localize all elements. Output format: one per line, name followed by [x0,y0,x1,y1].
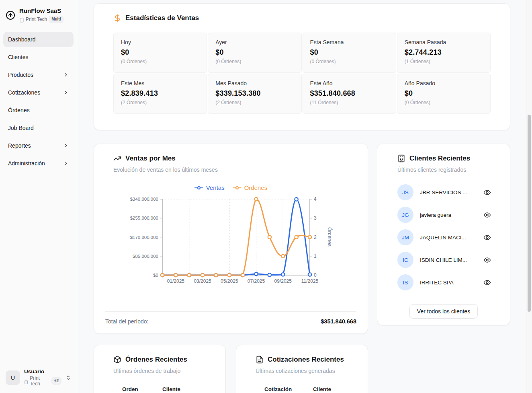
chevron-right-icon [63,143,69,148]
stat-cell-ano-pasado: Año Pasado $0 (0 Órdenes) [397,74,491,114]
svg-text:$170.000.000: $170.000.000 [130,235,158,240]
recent-quotes-card: Cotizaciones Recientes Últimas cotizacio… [236,345,368,393]
stat-label: Semana Pasada [405,39,483,45]
stat-sub: (2 Órdenes) [121,100,199,105]
legend-item-ventas[interactable]: Ventas [194,184,225,191]
total-label: Total del período: [105,318,148,325]
sidebar-item-job-board[interactable]: Job Board [3,120,74,136]
dollar-sign-icon [113,14,121,22]
svg-text:$85.000.000: $85.000.000 [133,254,158,259]
sidebar-item-label: Órdenes [8,107,30,113]
client-name: IRRITEC SPA [420,280,483,286]
stat-cell-este-ano: Este Año $351.840.668 (11 Órdenes) [303,74,396,114]
view-all-clients-button[interactable]: Ver todos los clientes [409,304,478,319]
user-menu[interactable]: U Usuario Print Tech +2 [3,366,74,389]
sidebar-item-label: Productos [8,72,33,78]
client-avatar: IC [397,252,413,268]
orders-subtitle: Últimas órdenes de trabajo [113,368,206,374]
quotes-title: Cotizaciones Recientes [268,356,344,364]
file-text-icon [256,356,264,364]
stat-label: Hoy [121,39,199,45]
sidebar-item-clientes[interactable]: Clientes [3,49,74,65]
client-row: JS JBR SERVICIOS ... [377,181,510,204]
svg-text:4: 4 [314,196,317,202]
vertical-scrollbar[interactable] [526,0,532,393]
client-name: ISDIN CHILE LIM... [420,257,483,263]
stat-cell-este-mes: Este Mes $2.839.413 (2 Órdenes) [113,74,207,114]
sidebar-item-label: Clientes [8,54,29,60]
view-client-eye-icon[interactable] [483,233,491,241]
svg-text:$0: $0 [153,273,158,278]
sidebar-item-administracion[interactable]: Administración [3,156,74,171]
chart-subtitle: Evolución de ventas en los últimos meses [113,167,348,173]
client-row: JM JAQUELIN MACI... [377,226,510,249]
trending-up-icon [113,154,121,163]
view-client-eye-icon[interactable] [483,256,491,264]
sidebar-item-reportes[interactable]: Reportes [3,138,74,153]
sidebar-item-dashboard[interactable]: Dashboard [3,32,74,47]
stat-label: Ayer [215,39,294,45]
stat-label: Este Mes [121,80,199,86]
column-header: Cliente [162,386,180,392]
sidebar-item-label: Job Board [8,125,34,131]
chevron-right-icon [63,160,69,166]
view-client-eye-icon[interactable] [483,211,491,219]
workspace-header: RunFlow SaaS Print Tech Multi [3,5,74,29]
view-client-eye-icon[interactable] [483,278,491,286]
stat-sub: (11 Órdenes) [310,100,389,105]
client-name: JBR SERVICIOS ... [420,189,483,195]
stat-value: $351.840.668 [310,89,389,98]
stat-value: $339.153.380 [215,89,294,98]
svg-text:2: 2 [314,235,317,240]
package-icon [113,356,121,364]
stat-sub: (2 Órdenes) [215,100,294,105]
sidebar-item-ordenes[interactable]: Órdenes [3,103,74,118]
sidebar-item-label: Administración [8,160,45,167]
recent-clients-card: Clientes Recientes Últimos clientes regi… [377,144,510,325]
stat-label: Esta Semana [310,39,389,45]
circle-arrow-up-icon [6,10,15,20]
clients-subtitle: Últimos clientes registrados [397,167,492,173]
svg-text:05/2025: 05/2025 [221,278,238,284]
client-avatar: JG [397,207,413,223]
client-avatar: JS [397,184,413,200]
client-avatar: IS [397,274,413,290]
stat-value: $0 [310,48,389,57]
user-org-name: Print Tech [30,375,49,387]
legend-item-ordenes[interactable]: Órdenes [233,184,268,191]
legend-label: Ventas [206,184,225,191]
stat-sub: (0 Órdenes) [310,59,389,64]
svg-text:$340.000.000: $340.000.000 [130,197,158,202]
orders-title: Órdenes Recientes [125,356,187,364]
user-name: Usuario [24,368,61,374]
stat-cell-hoy: Hoy $0 (0 Órdenes) [113,33,207,73]
column-header: Cotización [264,386,313,392]
sidebar-nav: Dashboard Clientes Productos Cotizacione… [3,32,74,171]
scrollbar-thumb[interactable] [528,115,531,312]
sales-stats-card: Estadísticas de Ventas Hoy $0 (0 Órdenes… [94,3,510,130]
view-client-eye-icon[interactable] [483,188,491,196]
ventas-chart-svg[interactable]: $0$85.000.000$170.000.000$255.000.000$34… [113,195,349,292]
client-row: IS IRRITEC SPA [377,271,510,294]
stat-value: $2.744.213 [405,48,483,57]
client-name: JAQUELIN MACI... [420,235,483,241]
stat-label: Este Año [310,80,389,86]
chevrons-up-down-icon [65,375,71,381]
app-title: RunFlow SaaS [19,7,63,14]
svg-text:01/2025: 01/2025 [167,278,185,284]
client-row: JG javiera guera [377,204,510,226]
sidebar-item-productos[interactable]: Productos [3,67,74,82]
multi-badge: Multi [49,16,63,23]
sidebar-item-cotizaciones[interactable]: Cotizaciones [3,85,74,100]
stat-sub: (0 Órdenes) [121,59,199,64]
chevron-right-icon [63,90,69,95]
legend-label: Órdenes [244,184,268,191]
svg-text:1: 1 [314,253,317,259]
chart-title: Ventas por Mes [125,154,176,163]
building-icon [19,17,24,22]
quotes-subtitle: Últimas cotizaciones generadas [256,368,348,374]
stat-cell-mes-pasado: Mes Pasado $339.153.380 (2 Órdenes) [208,74,301,114]
stat-sub: (1 Órdenes) [405,59,483,64]
chart-area: $0$85.000.000$170.000.000$255.000.000$34… [113,195,348,293]
chart-total-row: Total del período: $351.840.668 [105,311,356,325]
